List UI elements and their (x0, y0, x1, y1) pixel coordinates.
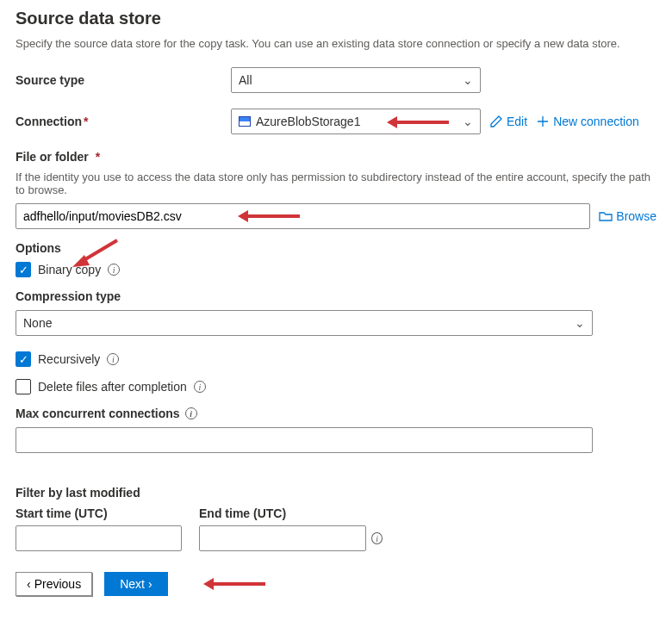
binary-copy-label: Binary copy (38, 263, 101, 276)
file-folder-label: File or folder* (16, 150, 656, 164)
options-label: Options (16, 241, 656, 255)
recursively-label: Recursively (38, 352, 100, 366)
info-icon[interactable]: i (371, 532, 383, 544)
chevron-right-icon: › (148, 577, 152, 591)
check-icon: ✓ (19, 264, 28, 276)
compression-type-value: None (23, 316, 52, 330)
connection-select[interactable]: AzureBlobStorage1 ⌄ (231, 109, 481, 134)
delete-after-checkbox[interactable] (16, 379, 31, 394)
compression-type-label: Compression type (16, 289, 656, 303)
annotation-arrow-icon (201, 575, 270, 593)
source-type-value: All (239, 73, 252, 87)
delete-after-label: Delete files after completion (38, 380, 187, 394)
connection-label: Connection* (16, 115, 222, 128)
storage-icon (239, 116, 251, 127)
chevron-left-icon: ‹ (27, 577, 31, 591)
compression-type-select[interactable]: None ⌄ (16, 310, 593, 336)
info-icon[interactable]: i (185, 407, 197, 419)
plus-icon (536, 115, 550, 128)
folder-icon (599, 209, 613, 223)
filter-label: Filter by last modified (16, 486, 656, 500)
chevron-down-icon: ⌄ (463, 115, 473, 128)
page-description: Specify the source data store for the co… (16, 37, 656, 50)
binary-copy-checkbox[interactable]: ✓ (16, 262, 31, 277)
start-time-label: Start time (UTC) (16, 506, 182, 520)
previous-button[interactable]: ‹ Previous (16, 572, 92, 596)
edit-connection-button[interactable]: Edit (489, 115, 527, 128)
info-icon[interactable]: i (108, 264, 120, 276)
info-icon[interactable]: i (194, 381, 206, 393)
chevron-down-icon: ⌄ (575, 316, 585, 330)
file-folder-input[interactable] (16, 203, 590, 229)
end-time-input[interactable] (199, 525, 366, 551)
source-type-select[interactable]: All ⌄ (231, 67, 481, 93)
check-icon: ✓ (19, 354, 28, 365)
max-concurrent-input[interactable] (16, 427, 593, 453)
browse-button[interactable]: Browse (599, 209, 656, 223)
max-concurrent-label: Max concurrent connections i (16, 407, 656, 420)
new-connection-button[interactable]: New connection (536, 115, 639, 128)
chevron-down-icon: ⌄ (463, 73, 473, 87)
page-title: Source data store (16, 9, 656, 28)
info-icon[interactable]: i (107, 353, 119, 365)
source-type-label: Source type (16, 73, 222, 87)
pencil-icon (489, 115, 503, 128)
start-time-input[interactable] (16, 525, 182, 551)
recursively-checkbox[interactable]: ✓ (16, 351, 31, 367)
connection-value: AzureBlobStorage1 (256, 115, 360, 128)
next-button[interactable]: Next › (104, 572, 167, 596)
end-time-label: End time (UTC) (199, 506, 383, 520)
file-folder-hint: If the identity you use to access the da… (16, 171, 656, 196)
